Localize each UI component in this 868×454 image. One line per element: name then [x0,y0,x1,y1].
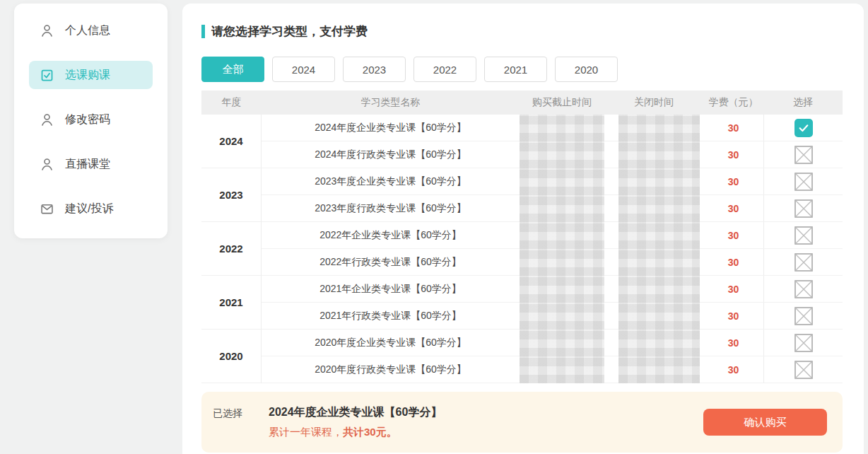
tab-2020[interactable]: 2020 [555,57,618,82]
select-cell [763,249,843,275]
select-cell [763,276,843,302]
year-label: 2022 [201,222,262,276]
checkbox-unchecked[interactable] [794,146,813,164]
course-name: 2023年度企业类专业课【60学分】 [262,175,520,188]
close-time-redacted [604,195,703,221]
sidebar-item-3[interactable]: 直播课堂 [29,150,153,178]
user-icon [40,112,54,127]
checkbox-unchecked[interactable] [794,253,813,272]
title-row: 请您选择学习类型，支付学费 [201,23,843,40]
year-group-rows: 2024年度企业类专业课【60学分】302024年度行政类专业课【60学分】30 [262,115,843,168]
sidebar-item-2[interactable]: 修改密码 [29,105,153,134]
tab-2024[interactable]: 2024 [272,57,335,82]
course-fee: 30 [703,364,763,376]
summary-total-bold: 共计30元。 [343,426,397,438]
header-year: 年度 [201,96,262,109]
main-panel: 请您选择学习类型，支付学费 全部20242023202220212020 年度 … [182,4,864,454]
purchase-deadline-redacted [520,356,604,383]
course-table-body: 20242024年度企业类专业课【60学分】302024年度行政类专业课【60学… [201,115,843,383]
redaction-mosaic [520,330,604,356]
table-row: 2024年度行政类专业课【60学分】30 [262,141,843,168]
course-name: 2020年度企业类专业课【60学分】 [262,337,520,349]
year-group-2021: 20212021年企业类专业课【60学分】302021年行政类专业课【60学分】… [201,276,843,330]
tab-2023[interactable]: 2023 [343,57,406,82]
year-group-2020: 20202020年度企业类专业课【60学分】302020年度行政类专业课【60学… [201,330,843,383]
header-close: 关闭时间 [604,96,703,109]
redaction-mosaic [520,115,604,141]
checkbox-unchecked[interactable] [794,226,813,245]
course-fee: 30 [703,122,763,134]
tab-2021[interactable]: 2021 [484,57,547,82]
course-table-header: 年度 学习类型名称 购买截止时间 关闭时间 学费（元） 选择 [201,91,843,115]
sidebar: 个人信息选课购课修改密码直播课堂建议/投诉 [14,4,168,238]
purchase-deadline-redacted [520,276,604,302]
redaction-mosaic [520,356,604,383]
course-fee: 30 [703,337,763,349]
course-name: 2024年度企业类专业课【60学分】 [262,122,520,134]
course-fee: 30 [703,203,763,214]
redaction-mosaic [618,276,700,303]
checkbox-unchecked[interactable] [794,199,813,218]
confirm-purchase-button[interactable]: 确认购买 [703,409,827,436]
table-row: 2021年企业类专业课【60学分】30 [262,276,843,303]
redaction-mosaic [520,141,604,168]
course-fee: 30 [703,310,763,322]
course-name: 2024年度行政类专业课【60学分】 [262,149,520,161]
tab-all[interactable]: 全部 [201,57,264,82]
sidebar-item-label: 选课购课 [65,68,110,83]
sidebar-item-label: 直播课堂 [65,157,110,172]
checkbox-unchecked[interactable] [794,334,813,352]
select-cell [763,330,843,356]
close-time-redacted [604,249,703,275]
summary-total-regular: 累计一年课程， [269,426,343,438]
sidebar-item-1[interactable]: 选课购课 [29,61,153,89]
header-deadline: 购买截止时间 [520,96,604,109]
course-name: 2023年度行政类专业课【60学分】 [262,202,520,215]
redaction-mosaic [520,249,604,276]
year-group-2024: 20242024年度企业类专业课【60学分】302024年度行政类专业课【60学… [201,115,843,168]
select-cell [763,141,843,168]
purchase-deadline-redacted [520,115,604,141]
sidebar-item-0[interactable]: 个人信息 [29,16,153,45]
course-fee: 30 [703,284,763,295]
selected-course-name: 2024年度企业类专业课【60学分】 [269,405,703,420]
checkbox-unchecked[interactable] [794,307,813,325]
year-group-2022: 20222022年企业类专业课【60学分】302022年行政类专业课【60学分】… [201,222,843,276]
close-time-redacted [604,330,703,356]
course-name: 2020年度行政类专业课【60学分】 [262,363,520,376]
sidebar-item-label: 建议/投诉 [65,202,113,216]
redaction-mosaic [618,168,700,195]
select-cell [763,356,843,383]
select-cell [763,303,843,329]
year-label: 2023 [201,168,262,222]
sidebar-item-label: 修改密码 [65,112,110,127]
selected-label: 已选择 [213,407,242,420]
table-row: 2022年行政类专业课【60学分】30 [262,249,843,276]
sidebar-item-4[interactable]: 建议/投诉 [29,194,153,223]
table-row: 2021年行政类专业课【60学分】30 [262,303,843,330]
redaction-mosaic [520,195,604,222]
checklist-icon [40,68,54,83]
purchase-deadline-redacted [520,168,604,194]
checkbox-unchecked[interactable] [794,280,813,298]
year-group-2023: 20232023年度企业类专业课【60学分】302023年度行政类专业课【60学… [201,168,843,222]
table-row: 2022年企业类专业课【60学分】30 [262,222,843,249]
checkbox-unchecked[interactable] [794,173,813,191]
year-group-rows: 2023年度企业类专业课【60学分】302023年度行政类专业课【60学分】30 [262,168,843,222]
checkbox-unchecked[interactable] [794,361,813,379]
course-fee: 30 [703,149,763,161]
checkbox-checked[interactable] [794,119,813,137]
close-time-redacted [604,356,703,383]
year-group-rows: 2020年度企业类专业课【60学分】302020年度行政类专业课【60学分】30 [262,330,843,383]
purchase-deadline-redacted [520,222,604,248]
close-time-redacted [604,141,703,168]
redaction-mosaic [618,141,700,168]
header-select: 选择 [763,96,843,109]
redaction-mosaic [618,195,700,222]
course-fee: 30 [703,230,763,241]
table-row: 2023年度企业类专业课【60学分】30 [262,168,843,195]
close-time-redacted [604,115,703,141]
tab-2022[interactable]: 2022 [414,57,476,82]
table-row: 2020年度企业类专业课【60学分】30 [262,330,843,356]
page-title: 请您选择学习类型，支付学费 [211,23,368,40]
